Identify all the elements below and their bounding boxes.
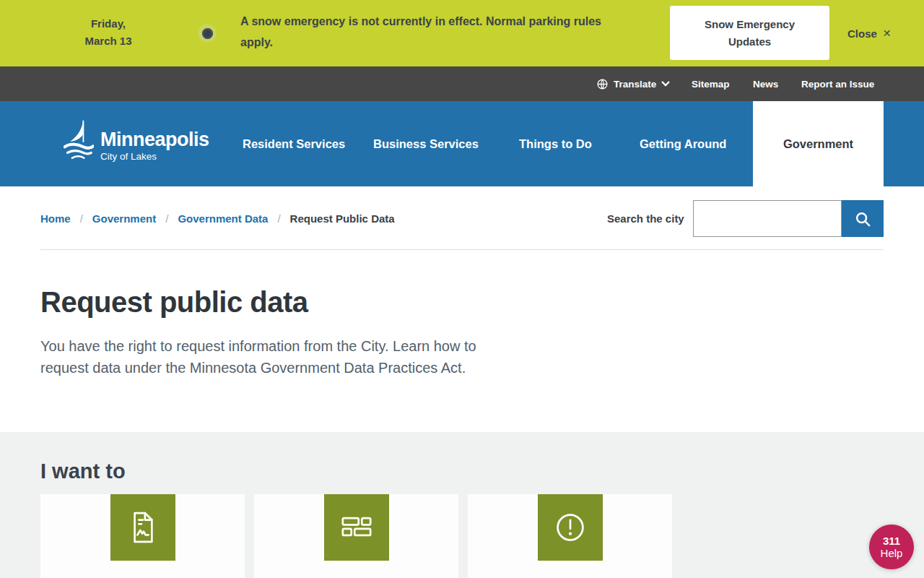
snow-emergency-updates-button[interactable]: Snow Emergency Updates (670, 6, 829, 60)
breadcrumb-separator: / (80, 212, 83, 225)
breadcrumb-link-government[interactable]: Government (92, 212, 156, 225)
globe-icon (596, 78, 609, 90)
banner-close-button[interactable]: Close ✕ (843, 22, 896, 44)
card-icon-tile (324, 494, 389, 561)
close-icon: ✕ (883, 27, 892, 39)
banner-date-line2: March 13 (71, 33, 146, 50)
banner-date: Friday, March 13 (71, 15, 146, 50)
alert-circle-icon (554, 512, 586, 543)
chevron-down-icon (661, 81, 670, 87)
divider (40, 249, 884, 250)
card-icon-tile (538, 494, 603, 561)
city-logo[interactable]: Minneapolis City of Lakes (64, 118, 209, 163)
snow-status-dot (202, 28, 213, 39)
nav-item-business-services[interactable]: Business Services (373, 101, 479, 186)
utility-link-news[interactable]: News (753, 66, 778, 101)
i-want-to-section: I want to (0, 432, 924, 578)
311-help-number: 311 (883, 535, 900, 547)
utility-bar: Translate Sitemap News Report an Issue (0, 66, 924, 101)
page-title: Request public data (40, 286, 308, 319)
main-navigation: Minneapolis City of Lakes Resident Servi… (0, 101, 924, 186)
logo-subtitle: City of Lakes (100, 150, 209, 163)
records-table-icon (341, 515, 372, 540)
banner-message: A snow emergency is not currently in eff… (240, 11, 627, 53)
i-want-to-heading: I want to (40, 460, 126, 483)
breadcrumb-separator: / (277, 212, 280, 225)
search-input[interactable] (693, 200, 842, 237)
breadcrumb: Home / Government / Government Data / Re… (40, 212, 395, 225)
breadcrumb-bar: Home / Government / Government Data / Re… (0, 186, 924, 250)
311-help-label: Help (881, 547, 903, 559)
nav-item-resident-services[interactable]: Resident Services (243, 101, 345, 186)
card-report-issue[interactable] (468, 494, 672, 578)
nav-item-things-to-do[interactable]: Things to Do (519, 101, 592, 186)
search-icon (855, 211, 871, 227)
snow-emergency-banner: Friday, March 13 A snow emergency is not… (0, 0, 924, 66)
card-icon-tile (110, 494, 175, 561)
logo-text: Minneapolis City of Lakes (100, 129, 209, 163)
breadcrumb-link-government-data[interactable]: Government Data (178, 212, 268, 225)
311-help-button[interactable]: 311 Help (869, 525, 914, 569)
utility-link-report-an-issue[interactable]: Report an Issue (801, 66, 874, 101)
nav-item-getting-around[interactable]: Getting Around (640, 101, 726, 186)
translate-menu[interactable]: Translate (592, 66, 674, 101)
sailboat-icon (64, 118, 94, 163)
translate-label: Translate (614, 79, 656, 90)
card-view-records[interactable] (254, 494, 458, 578)
search-button[interactable] (842, 200, 884, 237)
card-request-data[interactable] (40, 494, 245, 578)
breadcrumb-separator: / (165, 212, 168, 225)
banner-close-label: Close (847, 27, 877, 40)
i-want-to-cards (40, 494, 672, 578)
snow-status-icon (198, 24, 217, 43)
snow-emergency-updates-label: Snow Emergency Updates (692, 16, 808, 51)
breadcrumb-link-home[interactable]: Home (40, 212, 71, 225)
page-intro: You have the right to request informatio… (40, 335, 523, 379)
nav-item-government-active[interactable]: Government (753, 101, 884, 186)
search-label: Search the city (607, 212, 684, 225)
banner-date-line1: Friday, (71, 15, 146, 33)
document-request-icon (129, 511, 157, 544)
logo-title: Minneapolis (100, 129, 209, 150)
utility-link-sitemap[interactable]: Sitemap (692, 66, 730, 101)
breadcrumb-current: Request Public Data (290, 212, 395, 225)
